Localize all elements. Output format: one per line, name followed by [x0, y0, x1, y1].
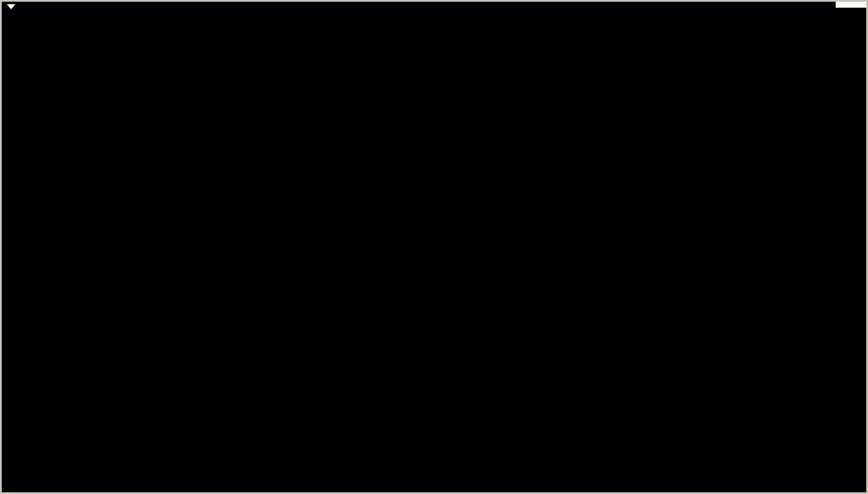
mt4-chart-window [0, 0, 868, 494]
chart-canvas[interactable] [2, 2, 868, 494]
